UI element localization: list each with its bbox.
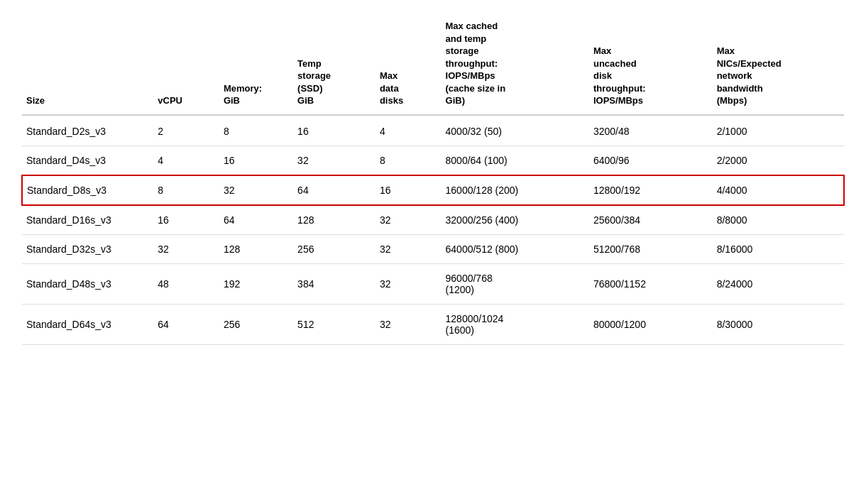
cell-nic: 4/4000 bbox=[713, 175, 844, 205]
cell-temp: 16 bbox=[293, 115, 376, 146]
cell-nic: 8/16000 bbox=[713, 234, 844, 263]
col-header-data: Maxdatadisks bbox=[376, 14, 442, 115]
cell-size: Standard_D4s_v3 bbox=[22, 146, 153, 175]
cell-uncached: 3200/48 bbox=[589, 115, 713, 146]
cell-size: Standard_D8s_v3 bbox=[22, 175, 153, 205]
cell-size: Standard_D16s_v3 bbox=[22, 205, 153, 235]
cell-vcpu: 32 bbox=[153, 234, 219, 263]
vm-sizes-table-container: Size vCPU Memory:GiB Tempstorage(SSD)GiB… bbox=[21, 14, 845, 345]
table-row: Standard_D8s_v3832641616000/128 (200)128… bbox=[22, 175, 844, 205]
cell-data: 32 bbox=[376, 304, 442, 344]
col-header-size: Size bbox=[22, 14, 153, 115]
cell-cached: 32000/256 (400) bbox=[442, 205, 589, 235]
cell-temp: 64 bbox=[293, 175, 376, 205]
cell-size: Standard_D32s_v3 bbox=[22, 234, 153, 263]
cell-temp: 384 bbox=[293, 263, 376, 304]
cell-temp: 32 bbox=[293, 146, 376, 175]
cell-cached: 128000/1024(1600) bbox=[442, 304, 589, 344]
cell-nic: 2/1000 bbox=[713, 115, 844, 146]
cell-data: 32 bbox=[376, 263, 442, 304]
cell-size: Standard_D48s_v3 bbox=[22, 263, 153, 304]
cell-cached: 96000/768(1200) bbox=[442, 263, 589, 304]
cell-data: 32 bbox=[376, 205, 442, 235]
cell-vcpu: 4 bbox=[153, 146, 219, 175]
cell-uncached: 12800/192 bbox=[589, 175, 713, 205]
col-header-temp: Tempstorage(SSD)GiB bbox=[293, 14, 376, 115]
col-header-uncached: Maxuncacheddiskthroughput:IOPS/MBps bbox=[589, 14, 713, 115]
cell-nic: 8/24000 bbox=[713, 263, 844, 304]
cell-uncached: 6400/96 bbox=[589, 146, 713, 175]
cell-cached: 8000/64 (100) bbox=[442, 146, 589, 175]
table-row: Standard_D48s_v3481923843296000/768(1200… bbox=[22, 263, 844, 304]
vm-sizes-table: Size vCPU Memory:GiB Tempstorage(SSD)GiB… bbox=[21, 14, 845, 345]
cell-vcpu: 2 bbox=[153, 115, 219, 146]
col-header-cached: Max cachedand tempstoragethroughput:IOPS… bbox=[442, 14, 589, 115]
cell-size: Standard_D2s_v3 bbox=[22, 115, 153, 146]
cell-data: 4 bbox=[376, 115, 442, 146]
cell-vcpu: 48 bbox=[153, 263, 219, 304]
cell-data: 8 bbox=[376, 146, 442, 175]
cell-uncached: 76800/1152 bbox=[589, 263, 713, 304]
table-header-row: Size vCPU Memory:GiB Tempstorage(SSD)GiB… bbox=[22, 14, 844, 115]
col-header-vcpu: vCPU bbox=[153, 14, 219, 115]
cell-uncached: 25600/384 bbox=[589, 205, 713, 235]
cell-nic: 8/30000 bbox=[713, 304, 844, 344]
cell-memory: 64 bbox=[219, 205, 293, 235]
cell-memory: 128 bbox=[219, 234, 293, 263]
cell-memory: 32 bbox=[219, 175, 293, 205]
cell-memory: 16 bbox=[219, 146, 293, 175]
cell-memory: 256 bbox=[219, 304, 293, 344]
cell-cached: 16000/128 (200) bbox=[442, 175, 589, 205]
cell-nic: 8/8000 bbox=[713, 205, 844, 235]
table-row: Standard_D64s_v36425651232128000/1024(16… bbox=[22, 304, 844, 344]
cell-cached: 64000/512 (800) bbox=[442, 234, 589, 263]
cell-nic: 2/2000 bbox=[713, 146, 844, 175]
cell-uncached: 51200/768 bbox=[589, 234, 713, 263]
cell-memory: 192 bbox=[219, 263, 293, 304]
table-row: Standard_D16s_v316641283232000/256 (400)… bbox=[22, 205, 844, 235]
cell-temp: 256 bbox=[293, 234, 376, 263]
cell-temp: 128 bbox=[293, 205, 376, 235]
table-row: Standard_D32s_v3321282563264000/512 (800… bbox=[22, 234, 844, 263]
cell-vcpu: 8 bbox=[153, 175, 219, 205]
cell-data: 32 bbox=[376, 234, 442, 263]
cell-vcpu: 64 bbox=[153, 304, 219, 344]
cell-memory: 8 bbox=[219, 115, 293, 146]
table-row: Standard_D4s_v34163288000/64 (100)6400/9… bbox=[22, 146, 844, 175]
table-row: Standard_D2s_v3281644000/32 (50)3200/482… bbox=[22, 115, 844, 146]
cell-temp: 512 bbox=[293, 304, 376, 344]
cell-uncached: 80000/1200 bbox=[589, 304, 713, 344]
cell-vcpu: 16 bbox=[153, 205, 219, 235]
col-header-memory: Memory:GiB bbox=[219, 14, 293, 115]
col-header-nic: MaxNICs/Expectednetworkbandwidth(Mbps) bbox=[713, 14, 844, 115]
cell-data: 16 bbox=[376, 175, 442, 205]
cell-size: Standard_D64s_v3 bbox=[22, 304, 153, 344]
cell-cached: 4000/32 (50) bbox=[442, 115, 589, 146]
